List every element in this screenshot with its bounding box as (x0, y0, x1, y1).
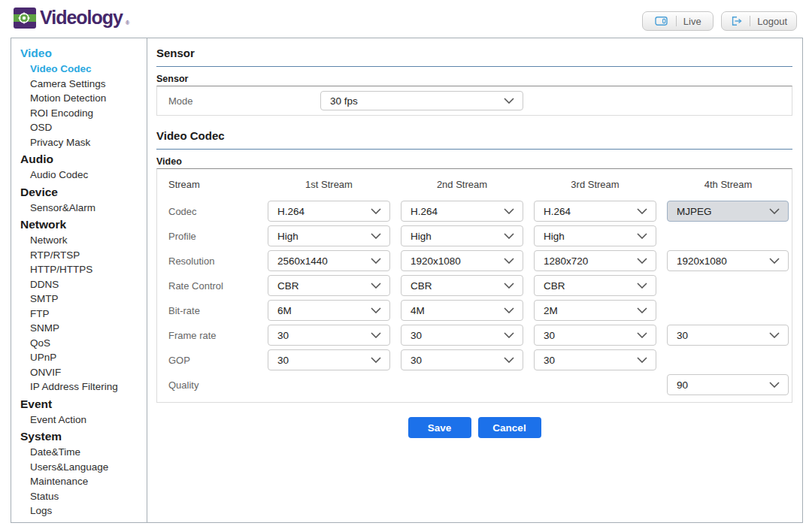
cell-codec-stream1: H.264 (268, 199, 401, 224)
chevron-down-icon (637, 258, 647, 264)
sidebar-item-video-codec[interactable]: Video Codec (11, 62, 147, 77)
sidebar-item-onvif[interactable]: ONVIF (11, 365, 147, 380)
bit-rate-stream2-select[interactable]: 4M (401, 300, 523, 321)
cell-resolution-stream2: 1920x1080 (401, 249, 534, 274)
cell-quality-stream3 (534, 373, 667, 398)
select-value: High (544, 231, 565, 242)
sidebar-item-motion-detection[interactable]: Motion Detection (11, 91, 147, 106)
codec-stream1-select[interactable]: H.264 (268, 201, 390, 222)
cell-frame-rate-stream1: 30 (268, 323, 401, 348)
chevron-down-icon (504, 357, 514, 363)
sidebar-section-network[interactable]: Network (11, 216, 147, 233)
resolution-stream4-select[interactable]: 1920x1080 (667, 250, 789, 271)
select-value: 30 (677, 330, 688, 341)
sidebar-item-privacy-mask[interactable]: Privacy Mask (11, 135, 147, 150)
button-separator (750, 16, 750, 26)
sidebar-item-date-time[interactable]: Date&Time (11, 445, 147, 460)
rate-control-stream2-select[interactable]: CBR (401, 275, 523, 296)
sidebar-item-roi-encoding[interactable]: ROI Encoding (11, 106, 147, 121)
cell-rate-control-stream2: CBR (401, 274, 534, 298)
chevron-down-icon (637, 357, 647, 363)
codec-stream3-select[interactable]: H.264 (534, 201, 656, 222)
chevron-down-icon (504, 332, 514, 338)
chevron-down-icon (504, 208, 514, 214)
sidebar-nav: VideoVideo CodecCamera SettingsMotion De… (11, 38, 147, 522)
frame-rate-stream3-select[interactable]: 30 (534, 325, 656, 346)
sidebar-item-smtp[interactable]: SMTP (11, 292, 147, 307)
codec-stream4-select[interactable]: MJPEG (667, 201, 789, 222)
sidebar-section-system[interactable]: System (11, 428, 147, 445)
profile-stream2-select[interactable]: High (401, 225, 523, 246)
cell-bit-rate-stream4 (667, 298, 792, 323)
cell-resolution-stream3: 1280x720 (534, 249, 667, 274)
select-value: CBR (277, 280, 299, 292)
chevron-down-icon (769, 382, 780, 388)
select-value: 1920x1080 (411, 255, 461, 267)
button-separator (676, 16, 677, 26)
sidebar-item-network[interactable]: Network (11, 233, 147, 248)
sidebar-item-osd[interactable]: OSD (11, 120, 147, 135)
profile-stream3-select[interactable]: High (534, 225, 656, 246)
frame-rate-stream2-select[interactable]: 30 (401, 325, 523, 346)
sidebar-item-event-action[interactable]: Event Action (11, 413, 147, 428)
row-label-profile: Profile (157, 224, 268, 249)
sidebar-item-upnp[interactable]: UPnP (11, 350, 147, 365)
sidebar-item-sensor-alarm[interactable]: Sensor&Alarm (11, 201, 147, 216)
frame-rate-stream4-select[interactable]: 30 (667, 325, 789, 346)
cell-quality-stream2 (401, 373, 534, 398)
sidebar-section-video[interactable]: Video (11, 45, 147, 62)
bit-rate-stream1-select[interactable]: 6M (268, 300, 390, 321)
sidebar-item-audio-codec[interactable]: Audio Codec (11, 168, 147, 183)
frame-rate-stream1-select[interactable]: 30 (268, 325, 390, 346)
sidebar-item-users-language[interactable]: Users&Language (11, 460, 147, 475)
cell-bit-rate-stream2: 4M (401, 298, 534, 323)
bit-rate-stream3-select[interactable]: 2M (534, 300, 656, 321)
live-button[interactable]: Live (642, 11, 714, 31)
mode-select[interactable]: 30 fps (320, 91, 523, 110)
select-value: H.264 (277, 206, 304, 217)
quality-stream4-select[interactable]: 90 (667, 374, 789, 395)
sidebar-item-snmp[interactable]: SNMP (11, 321, 147, 336)
chevron-down-icon (371, 332, 381, 338)
resolution-stream1-select[interactable]: 2560x1440 (268, 250, 390, 271)
codec-stream2-select[interactable]: H.264 (401, 201, 523, 222)
sidebar-item-ddns[interactable]: DDNS (11, 277, 147, 292)
save-button[interactable]: Save (408, 417, 471, 438)
select-value: 2560x1440 (277, 255, 328, 267)
row-label-gop: GOP (157, 348, 268, 373)
cell-resolution-stream4: 1920x1080 (667, 249, 792, 274)
resolution-stream2-select[interactable]: 1920x1080 (401, 250, 523, 271)
gop-stream3-select[interactable]: 30 (534, 349, 656, 370)
select-value: 4M (411, 305, 425, 316)
content-frame: VideoVideo CodecCamera SettingsMotion De… (11, 38, 803, 523)
gop-stream2-select[interactable]: 30 (401, 349, 523, 370)
resolution-stream3-select[interactable]: 1280x720 (534, 250, 656, 271)
sidebar-item-http-https[interactable]: HTTP/HTTPS (11, 262, 147, 277)
sidebar-item-ip-address-filtering[interactable]: IP Address Filtering (11, 379, 147, 394)
column-header-1st-stream: 1st Stream (268, 169, 390, 199)
sidebar-section-device[interactable]: Device (11, 184, 147, 201)
rate-control-stream1-select[interactable]: CBR (268, 275, 390, 296)
sensor-section-title: Sensor (156, 47, 792, 59)
select-value: H.264 (411, 206, 438, 217)
sidebar-item-qos[interactable]: QoS (11, 336, 147, 351)
gop-stream1-select[interactable]: 30 (268, 349, 390, 370)
sidebar-item-ftp[interactable]: FTP (11, 307, 147, 322)
select-value: 30 (411, 330, 422, 341)
sidebar-item-maintenance[interactable]: Maintenance (11, 474, 147, 489)
profile-stream1-select[interactable]: High (268, 225, 390, 246)
sidebar-item-status[interactable]: Status (11, 489, 147, 504)
rate-control-stream3-select[interactable]: CBR (534, 275, 656, 296)
sidebar-section-event[interactable]: Event (11, 396, 147, 413)
chevron-down-icon (769, 208, 780, 214)
select-value: CBR (544, 280, 565, 292)
sidebar-item-rtp-rtsp[interactable]: RTP/RTSP (11, 248, 147, 263)
sidebar-section-audio[interactable]: Audio (11, 151, 147, 168)
chevron-down-icon (637, 208, 647, 214)
cancel-button[interactable]: Cancel (478, 417, 541, 438)
logout-button[interactable]: Logout (721, 11, 797, 31)
chevron-down-icon (637, 283, 647, 289)
sidebar-item-camera-settings[interactable]: Camera Settings (11, 77, 147, 92)
select-value: 2M (544, 305, 558, 316)
sidebar-item-logs[interactable]: Logs (11, 503, 147, 518)
